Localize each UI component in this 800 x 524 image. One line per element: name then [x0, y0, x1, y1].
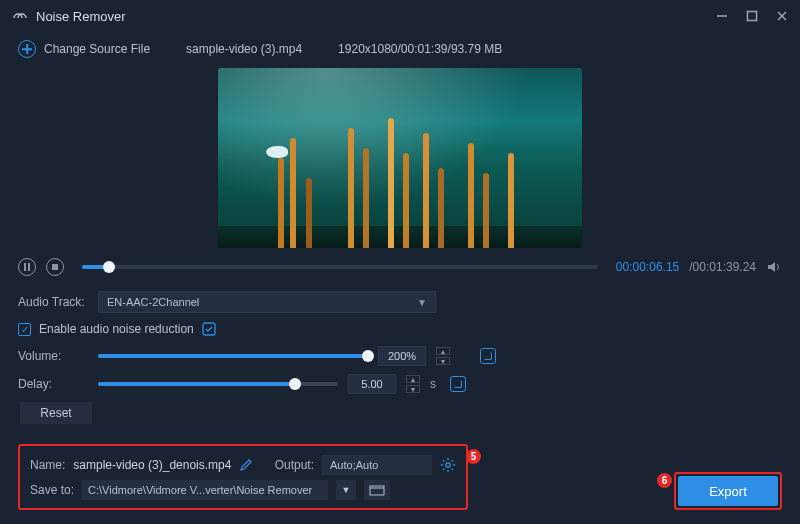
volume-spinner[interactable]: ▲▼ — [436, 347, 450, 365]
delay-value[interactable]: 5.00 — [348, 374, 396, 394]
output-name-value: sample-video (3)_denois.mp4 — [73, 458, 231, 472]
volume-icon[interactable] — [766, 259, 782, 275]
volume-thumb[interactable] — [362, 350, 374, 362]
svg-rect-4 — [203, 323, 215, 335]
open-folder-button[interactable] — [364, 480, 390, 500]
delay-slider[interactable] — [98, 382, 338, 386]
delay-sync-icon[interactable] — [450, 376, 466, 392]
seek-slider[interactable] — [82, 265, 598, 269]
delay-label: Delay: — [18, 377, 88, 391]
output-format-select[interactable]: Auto;Auto — [322, 455, 432, 475]
export-button-highlight: Export — [674, 472, 782, 510]
volume-slider[interactable] — [98, 354, 368, 358]
current-time: 00:00:06.15 — [616, 260, 679, 274]
window-title: Noise Remover — [36, 9, 716, 24]
maximize-button[interactable] — [746, 10, 758, 22]
app-logo-icon — [12, 8, 28, 24]
export-button[interactable]: Export — [678, 476, 778, 506]
reset-button[interactable]: Reset — [20, 402, 92, 424]
name-label: Name: — [30, 458, 65, 472]
noise-reduction-label: Enable audio noise reduction — [39, 322, 194, 336]
source-file-info: 1920x1080/00:01:39/93.79 MB — [338, 42, 502, 56]
saveto-label: Save to: — [30, 483, 74, 497]
volume-label: Volume: — [18, 349, 88, 363]
change-source-label: Change Source File — [44, 42, 150, 56]
plus-circle-icon — [18, 40, 36, 58]
total-time: /00:01:39.24 — [689, 260, 756, 274]
edit-name-icon[interactable] — [239, 458, 253, 472]
save-path-field[interactable]: C:\Vidmore\Vidmore V...verter\Noise Remo… — [82, 480, 328, 500]
bottom-bar: Name: sample-video (3)_denois.mp4 Output… — [0, 436, 800, 524]
noise-reduction-checkbox[interactable]: ✓ — [18, 323, 31, 336]
player-controls: 00:00:06.15/00:01:39.24 — [0, 248, 800, 282]
delay-spinner[interactable]: ▲▼ — [406, 375, 420, 393]
minimize-button[interactable] — [716, 10, 728, 22]
close-button[interactable] — [776, 10, 788, 22]
audio-track-value: EN-AAC-2Channel — [107, 296, 199, 308]
svg-rect-1 — [748, 12, 757, 21]
volume-value[interactable]: 200% — [378, 346, 426, 366]
save-path-value: C:\Vidmore\Vidmore V...verter\Noise Remo… — [88, 484, 312, 496]
delay-unit: s — [430, 377, 440, 391]
change-source-button[interactable]: Change Source File — [18, 40, 150, 58]
callout-6: 6 — [657, 473, 672, 488]
noise-reduction-icon — [202, 322, 216, 336]
audio-track-select[interactable]: EN-AAC-2Channel ▼ — [98, 291, 436, 313]
volume-sync-icon[interactable] — [480, 348, 496, 364]
audio-controls-panel: Audio Track: EN-AAC-2Channel ▼ ✓ Enable … — [0, 282, 800, 430]
title-bar: Noise Remover — [0, 0, 800, 32]
output-settings-panel: Name: sample-video (3)_denois.mp4 Output… — [18, 444, 468, 510]
output-settings-icon[interactable] — [440, 457, 456, 473]
output-label: Output: — [275, 458, 314, 472]
svg-point-5 — [446, 462, 450, 466]
audio-track-label: Audio Track: — [18, 295, 88, 309]
stop-button[interactable] — [46, 258, 64, 276]
delay-thumb[interactable] — [289, 378, 301, 390]
seek-thumb[interactable] — [103, 261, 115, 273]
output-format-value: Auto;Auto — [330, 459, 378, 471]
pause-button[interactable] — [18, 258, 36, 276]
source-toolbar: Change Source File sample-video (3).mp4 … — [0, 32, 800, 66]
save-path-dropdown[interactable]: ▼ — [336, 480, 356, 500]
svg-rect-6 — [370, 486, 384, 495]
video-preview[interactable] — [218, 68, 582, 248]
chevron-down-icon: ▼ — [417, 297, 427, 308]
source-file-name: sample-video (3).mp4 — [186, 42, 302, 56]
callout-5: 5 — [466, 449, 481, 464]
